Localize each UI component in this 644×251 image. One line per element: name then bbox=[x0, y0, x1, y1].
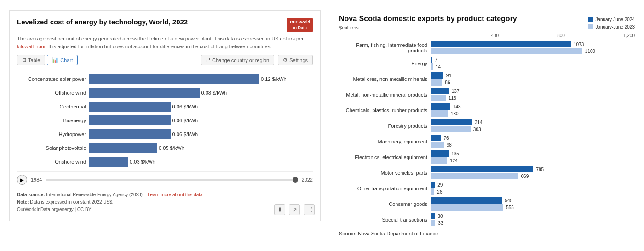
right-bar-row: Energy714 bbox=[339, 57, 635, 70]
right-bar-group-container: 3033 bbox=[431, 213, 635, 226]
download-button[interactable]: ⬇ bbox=[274, 204, 285, 215]
right-bar-group-container: 10731160 bbox=[431, 41, 635, 54]
left-bar-row: Solar photovoltaic0.05 $/kWh bbox=[17, 143, 313, 153]
right-chart-title: Nova Scotia domestic exports by product … bbox=[339, 15, 517, 23]
right-bar-row: Forestry products314303 bbox=[339, 119, 635, 132]
left-bar-fill bbox=[89, 143, 157, 153]
right-bar-group-container: 137113 bbox=[431, 88, 635, 101]
left-bar-track: 0.08 $/kWh bbox=[89, 88, 313, 98]
right-bar-fill-2024 bbox=[431, 57, 432, 63]
left-header: Levelized cost of energy by technology, … bbox=[17, 18, 313, 32]
right-bar-group-2024: 545 bbox=[431, 197, 635, 204]
right-bar-group-2023: 1160 bbox=[431, 48, 635, 54]
left-bar-value: 0.03 $/kWh bbox=[130, 159, 155, 165]
right-bar-group-2024: 30 bbox=[431, 213, 635, 219]
right-bar-fill-2023 bbox=[431, 126, 471, 132]
right-bar-value-2024: 1073 bbox=[574, 42, 584, 47]
left-chart-subtitle: The average cost per unit of energy gene… bbox=[17, 35, 313, 50]
right-bar-row: Special transactions3033 bbox=[339, 213, 635, 226]
owid-logo: Our World in Data bbox=[287, 18, 313, 32]
data-source-line: Data source: International Renewable Ene… bbox=[17, 191, 313, 199]
right-bar-fill-2024 bbox=[431, 182, 435, 188]
left-bar-fill bbox=[89, 157, 128, 167]
right-bar-group-2023: 33 bbox=[431, 220, 635, 226]
timeline-track[interactable] bbox=[46, 179, 298, 181]
right-bar-label: Energy bbox=[339, 61, 431, 66]
right-bar-label: Metal, non-metallic mineral products bbox=[339, 92, 431, 97]
left-bar-value: 0.08 $/kWh bbox=[201, 90, 227, 96]
legend-2024: January-June 2024 bbox=[588, 17, 635, 22]
left-bar-track: 0.06 $/kWh bbox=[89, 115, 313, 126]
right-bar-value-2024: 785 bbox=[536, 167, 544, 172]
right-bar-section: Farm, fishing, intermediate food product… bbox=[339, 41, 635, 226]
right-bar-group-2023: 26 bbox=[431, 188, 635, 195]
change-country-button[interactable]: ⇄ Change country or region bbox=[201, 55, 274, 65]
left-bar-track: 0.12 $/kWh bbox=[89, 74, 313, 84]
left-footer: Data source: International Renewable Ene… bbox=[17, 191, 313, 213]
right-bar-value-2024: 76 bbox=[444, 136, 449, 141]
year-start: 1984 bbox=[31, 177, 42, 183]
left-chart-title: Levelized cost of energy by technology, … bbox=[17, 18, 282, 26]
right-bar-group-2023: 14 bbox=[431, 63, 635, 70]
left-bar-value: 0.06 $/kWh bbox=[172, 118, 198, 123]
right-bar-value-2023: 130 bbox=[451, 111, 459, 116]
right-bar-value-2024: 314 bbox=[475, 120, 483, 125]
x-axis: -4008001,200 bbox=[431, 33, 635, 38]
right-bar-group-2024: 314 bbox=[431, 119, 635, 126]
right-bar-fill-2023 bbox=[431, 157, 447, 164]
left-bar-row: Concentrated solar power0.12 $/kWh bbox=[17, 74, 313, 84]
right-bar-fill-2023 bbox=[431, 220, 435, 226]
learn-more-link[interactable]: Learn more about this data bbox=[148, 192, 203, 197]
right-bar-value-2024: 7 bbox=[435, 57, 437, 63]
left-chart-panel: Levelized cost of energy by technology, … bbox=[9, 10, 321, 221]
timeline: ▶ 1984 2022 bbox=[17, 171, 313, 188]
tab-table[interactable]: ⊞ Table bbox=[17, 55, 45, 65]
tabs: ⊞ Table 📊 Chart bbox=[17, 55, 78, 65]
right-bar-group-2023: 124 bbox=[431, 157, 635, 164]
energy-bar-chart: Concentrated solar power0.12 $/kWhOffsho… bbox=[17, 74, 313, 167]
settings-button[interactable]: ⚙ Settings bbox=[278, 55, 313, 65]
left-bar-track: 0.06 $/kWh bbox=[89, 102, 313, 112]
left-bar-track: 0.03 $/kWh bbox=[89, 157, 313, 167]
share-button[interactable]: ↗ bbox=[289, 204, 300, 215]
right-bar-group-2024: 7 bbox=[431, 57, 635, 63]
right-bar-fill-2023 bbox=[431, 48, 582, 54]
right-bar-label: Consumer goods bbox=[339, 201, 431, 207]
note-line: Note: Data is expressed in constant 2022… bbox=[17, 199, 313, 206]
left-bar-value: 0.12 $/kWh bbox=[261, 76, 287, 82]
right-bar-label: Farm, fishing, intermediate food product… bbox=[339, 42, 431, 53]
right-bar-row: Electronics, electrical equipment135124 bbox=[339, 150, 635, 164]
right-bar-value-2024: 94 bbox=[446, 73, 451, 78]
main-container: Levelized cost of energy by technology, … bbox=[9, 10, 635, 241]
x-axis-label: 400 bbox=[491, 33, 499, 38]
right-bar-group-container: 714 bbox=[431, 57, 635, 70]
right-bar-group-container: 148130 bbox=[431, 103, 635, 117]
right-bar-fill-2024 bbox=[431, 135, 441, 141]
right-bar-row: Chemicals, plastics, rubber products1481… bbox=[339, 103, 635, 117]
play-button[interactable]: ▶ bbox=[17, 175, 27, 185]
tab-row: ⊞ Table 📊 Chart ⇄ Change country or regi… bbox=[17, 55, 313, 68]
right-bar-fill-2023 bbox=[431, 188, 434, 195]
right-bar-fill-2023 bbox=[431, 110, 448, 117]
right-bar-value-2024: 29 bbox=[437, 183, 443, 188]
kilowatt-hour-link[interactable]: kilowatt-hour bbox=[17, 44, 46, 49]
left-bar-fill bbox=[89, 74, 259, 84]
right-bar-row: Motor vehicles, parts785669 bbox=[339, 166, 635, 179]
right-bar-group-2023: 555 bbox=[431, 204, 635, 211]
x-axis-label: 1,200 bbox=[623, 33, 635, 38]
note2-line: OurWorldInData.org/energy | CC BY bbox=[17, 206, 313, 213]
right-bar-row: Farm, fishing, intermediate food product… bbox=[339, 41, 635, 54]
fullscreen-button[interactable]: ⛶ bbox=[304, 204, 315, 215]
right-source: Source: Nova Scotia Department of Financ… bbox=[339, 231, 635, 236]
tab-chart[interactable]: 📊 Chart bbox=[47, 55, 78, 65]
left-bar-fill bbox=[89, 129, 171, 139]
right-bar-row: Machinery, equipment7698 bbox=[339, 135, 635, 148]
right-bar-label: Forestry products bbox=[339, 123, 431, 129]
right-bar-fill-2023 bbox=[431, 173, 518, 179]
left-bar-fill bbox=[89, 115, 171, 126]
right-bar-group-2024: 29 bbox=[431, 182, 635, 188]
right-bar-value-2023: 303 bbox=[473, 127, 481, 132]
right-bar-label: Special transactions bbox=[339, 217, 431, 222]
left-bar-row: Offshore wind0.08 $/kWh bbox=[17, 88, 313, 98]
left-bar-track: 0.05 $/kWh bbox=[89, 143, 313, 153]
